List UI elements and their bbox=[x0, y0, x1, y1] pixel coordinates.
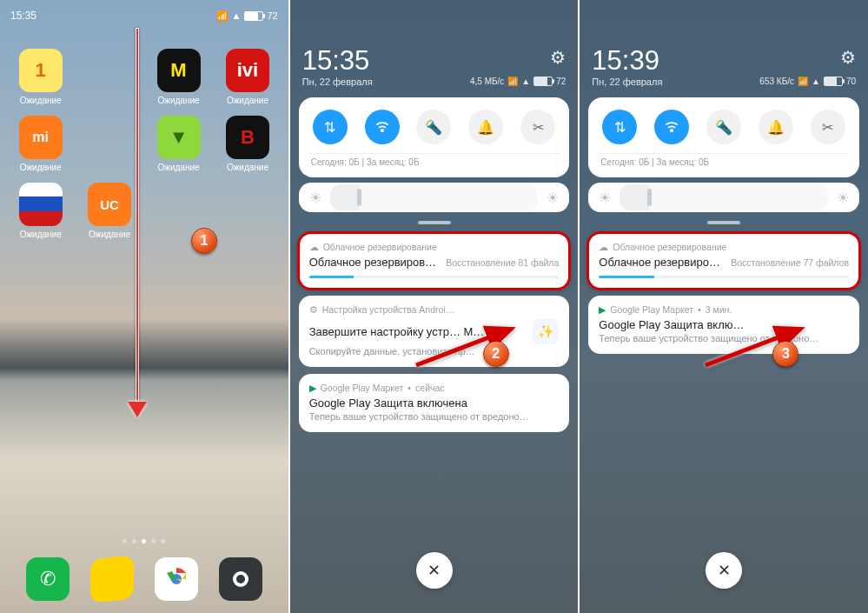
home-screen: 15:35 📶 ▲ 72 1 Ожидание M Ожидание ivi О… bbox=[0, 0, 288, 613]
settings-icon[interactable]: ⚙ bbox=[470, 47, 566, 68]
app-slot[interactable]: ▼ Ожидание bbox=[147, 116, 210, 172]
sun-bright-icon: ☀ bbox=[837, 190, 849, 206]
step-badge-3: 3 bbox=[772, 341, 798, 367]
app-slot[interactable]: mi Ожидание bbox=[9, 116, 72, 172]
notification-shade-1: 15:35 Пн, 22 февраля ⚙ 4,5 МБ/с 📶 ▲ 72 ⇅… bbox=[290, 0, 579, 613]
battery-icon bbox=[824, 77, 843, 86]
app-slot[interactable]: ivi Ожидание bbox=[215, 49, 279, 105]
status-bar: 15:35 📶 ▲ 72 bbox=[0, 0, 288, 31]
progress-bar bbox=[599, 276, 849, 278]
magic-wand-icon: ✨ bbox=[533, 318, 559, 344]
signal-icon: 📶 bbox=[798, 77, 808, 86]
shade-header: 15:35 Пн, 22 февраля ⚙ 4,5 МБ/с 📶 ▲ 72 bbox=[290, 31, 579, 94]
battery-icon bbox=[533, 77, 553, 86]
qs-flashlight-icon[interactable]: 🔦 bbox=[706, 110, 741, 144]
data-usage: Сегодня: 0Б | За месяц: 0Б bbox=[309, 153, 560, 169]
clear-all-button[interactable]: ✕ bbox=[416, 552, 453, 589]
page-indicator bbox=[0, 539, 288, 543]
dock-chrome[interactable] bbox=[155, 557, 198, 601]
shade-date: Пн, 22 февраля bbox=[592, 77, 662, 87]
play-protect-notification[interactable]: ▶ Google Play Маркет • сейчас Google Pla… bbox=[299, 374, 570, 432]
shade-clock: 15:35 bbox=[302, 47, 373, 74]
shade-date: Пн, 22 февраля bbox=[302, 77, 373, 87]
step-badge-1: 1 bbox=[191, 228, 217, 254]
clock: 15:35 bbox=[10, 10, 36, 22]
qs-flashlight-icon[interactable]: 🔦 bbox=[416, 110, 451, 144]
play-shield-icon: ▶ bbox=[599, 304, 606, 315]
dock-camera[interactable] bbox=[219, 557, 262, 601]
brightness-slider[interactable]: ☀ ☀ bbox=[299, 183, 570, 212]
notif-body: Теперь ваше устройство защищено от вредо… bbox=[309, 411, 560, 422]
notif-title: Облачное резервиров… bbox=[599, 256, 726, 269]
qs-sound-icon[interactable]: 🔔 bbox=[759, 110, 793, 144]
wifi-icon: ▲ bbox=[232, 10, 242, 21]
dock: ✆ bbox=[0, 557, 288, 601]
sun-dim-icon: ☀ bbox=[309, 190, 321, 206]
cloud-backup-notification[interactable]: ☁ Облачное резервирование Облачное резер… bbox=[588, 233, 859, 289]
play-protect-notification[interactable]: ▶ Google Play Маркет • 3 мин. Google Pla… bbox=[588, 296, 859, 354]
net-speed: 653 КБ/с bbox=[759, 77, 794, 86]
brightness-slider[interactable]: ☀ ☀ bbox=[588, 183, 859, 212]
cloud-backup-notification[interactable]: ☁ Облачное резервирование Облачное резер… bbox=[299, 233, 570, 289]
battery-icon bbox=[244, 11, 263, 21]
shade-header: 15:39 Пн, 22 февраля ⚙ 653 КБ/с 📶 ▲ 70 bbox=[580, 31, 868, 94]
settings-icon[interactable]: ⚙ bbox=[759, 47, 856, 68]
play-shield-icon: ▶ bbox=[309, 383, 316, 393]
app-slot[interactable]: M Ожидание bbox=[147, 49, 210, 105]
qs-screenshot-icon[interactable]: ✂ bbox=[811, 110, 845, 144]
shade-handle[interactable] bbox=[418, 221, 451, 224]
notif-body: Теперь ваше устройство защищено от вредо… bbox=[599, 333, 849, 343]
qs-wifi-icon[interactable] bbox=[654, 110, 689, 144]
notif-title: Google Play Защита вклю… bbox=[599, 318, 744, 331]
signal-icon: 📶 bbox=[216, 10, 229, 22]
notification-shade-2: 15:39 Пн, 22 февраля ⚙ 653 КБ/с 📶 ▲ 70 ⇅… bbox=[580, 0, 868, 613]
sun-dim-icon: ☀ bbox=[599, 190, 611, 206]
cloud-icon: ☁ bbox=[309, 242, 319, 252]
app-slot[interactable]: Ожидание bbox=[9, 183, 72, 239]
dock-notes[interactable] bbox=[90, 555, 134, 603]
data-usage: Сегодня: 0Б | За месяц: 0Б bbox=[599, 153, 849, 169]
app-slot[interactable]: 1 Ожидание bbox=[9, 49, 72, 105]
progress-bar bbox=[309, 276, 560, 278]
notif-title: Облачное резервирова… bbox=[309, 256, 441, 269]
signal-icon: 📶 bbox=[507, 77, 518, 86]
dock-phone[interactable]: ✆ bbox=[26, 557, 70, 601]
device-setup-notification[interactable]: ⚙ Настройка устройства Androi… Завершите… bbox=[299, 296, 570, 367]
net-speed: 4,5 МБ/с bbox=[470, 77, 504, 86]
qs-sound-icon[interactable]: 🔔 bbox=[468, 110, 503, 144]
svg-point-6 bbox=[671, 130, 673, 132]
gear-icon: ⚙ bbox=[309, 304, 318, 315]
app-slot[interactable]: UC Ожидание bbox=[77, 183, 141, 239]
notif-body: Скопируйте данные, установите пр… bbox=[309, 346, 560, 356]
svg-point-3 bbox=[236, 575, 245, 583]
shade-clock: 15:39 bbox=[592, 47, 662, 74]
svg-point-4 bbox=[381, 130, 383, 132]
step-badge-2: 2 bbox=[483, 341, 509, 367]
qs-screenshot-icon[interactable]: ✂ bbox=[520, 110, 555, 144]
wifi-icon: ▲ bbox=[521, 77, 530, 86]
qs-data-icon[interactable]: ⇅ bbox=[313, 110, 348, 144]
app-slot[interactable]: B Ожидание bbox=[215, 116, 279, 172]
qs-wifi-icon[interactable] bbox=[365, 110, 400, 144]
notif-title: Завершите настройку устр… М… bbox=[309, 325, 485, 338]
swipe-down-arrow bbox=[136, 28, 147, 417]
qs-data-icon[interactable]: ⇅ bbox=[602, 110, 637, 144]
notif-status: Восстановление 81 файла bbox=[446, 257, 559, 268]
quick-settings: ⇅ 🔦 🔔 ✂ Сегодня: 0Б | За месяц: 0Б bbox=[299, 97, 570, 177]
shade-handle[interactable] bbox=[707, 221, 740, 224]
notif-title: Google Play Защита включена bbox=[309, 396, 560, 410]
wifi-icon: ▲ bbox=[812, 77, 820, 86]
cloud-icon: ☁ bbox=[599, 242, 608, 252]
clear-all-button[interactable]: ✕ bbox=[706, 552, 742, 589]
quick-settings: ⇅ 🔦 🔔 ✂ Сегодня: 0Б | За месяц: 0Б bbox=[588, 97, 859, 177]
notif-status: Восстановление 77 файлов bbox=[731, 257, 849, 268]
sun-bright-icon: ☀ bbox=[547, 190, 559, 206]
battery-pct: 72 bbox=[267, 10, 277, 21]
